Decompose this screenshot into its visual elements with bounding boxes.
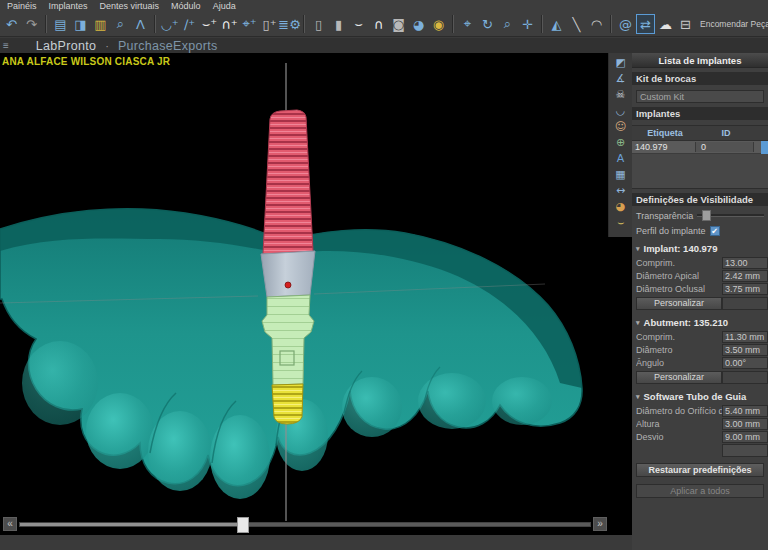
apply-all-button[interactable]: Aplicar a todos <box>636 484 764 498</box>
property-value-field[interactable]: 0.00° <box>722 357 768 369</box>
menu-item[interactable]: Implantes <box>49 1 88 12</box>
implant-icon[interactable]: ▯ <box>309 14 328 34</box>
import-export-icon[interactable]: ◨ <box>71 14 90 34</box>
restore-defaults-button[interactable]: Restaurar predefinições <box>636 463 764 477</box>
cell-color-sliver[interactable] <box>761 141 768 154</box>
menu-item[interactable]: Ajuda <box>213 1 236 12</box>
profile-label: Perfil do implante <box>636 226 706 236</box>
transparency-handle[interactable] <box>702 210 711 221</box>
implant-list-settings-icon[interactable]: ≣⚙ <box>280 14 299 34</box>
collapse-icon[interactable]: ▾ <box>636 319 640 327</box>
arch-view-icon[interactable]: ◡ <box>612 103 630 118</box>
order-parts-label[interactable]: Encomendar Peças <box>700 19 768 29</box>
property-value-field[interactable]: 2.42 mm <box>722 270 768 282</box>
implant-table-row[interactable]: 140.979 0 <box>632 141 768 154</box>
panel-layout-icon[interactable]: ▤ <box>51 14 70 34</box>
abutment-icon[interactable]: ▮ <box>329 14 348 34</box>
tab-labpronto[interactable]: LabPronto <box>36 39 96 53</box>
tooth-icon[interactable]: ∩ <box>369 14 388 34</box>
add-implant-icon[interactable]: ▯⁺ <box>260 14 279 34</box>
transparency-label: Transparência <box>636 211 693 221</box>
caliper-icon[interactable]: Λ <box>131 14 150 34</box>
add-drill-icon[interactable]: ∕⁺ <box>180 14 199 34</box>
tab-purchaseexports[interactable]: PurchaseExports <box>118 39 218 53</box>
add-denture-icon[interactable]: ⌣⁺ <box>200 14 219 34</box>
menu-item[interactable]: Dentes virtuais <box>100 1 160 12</box>
rotation-slider[interactable]: « » <box>3 516 607 532</box>
add-tooth-icon[interactable]: ∩⁺ <box>220 14 239 34</box>
lock-visibility-icon[interactable]: ◉ <box>429 14 448 34</box>
collapse-icon[interactable]: ▾ <box>636 393 640 401</box>
cell-id[interactable]: 0 <box>696 142 754 152</box>
column-etiqueta[interactable]: Etiqueta <box>632 128 698 138</box>
denture-icon[interactable]: ⌣ <box>349 14 368 34</box>
density-profile-icon[interactable]: ◭ <box>547 14 566 34</box>
implant-customize-button[interactable]: Personalizar <box>636 297 722 310</box>
abutment-section-header[interactable]: ▾ Abutment: 135.210 <box>636 317 764 328</box>
patient-photo-icon[interactable]: ☺ <box>612 119 630 134</box>
viewport-3d[interactable]: ANA ALFACE WILSON CIASCA JR <box>0 53 632 535</box>
implant-catalog-icon[interactable]: ▥ <box>91 14 110 34</box>
transparency-slider[interactable] <box>697 214 764 217</box>
patient-name-label: ANA ALFACE WILSON CIASCA JR <box>2 56 170 67</box>
menu-item[interactable]: Módulo <box>171 1 201 12</box>
occlusion-sphere-icon[interactable]: ◕ <box>409 14 428 34</box>
cloud-icon[interactable]: ☁ <box>656 14 675 34</box>
drill-kit-select[interactable]: Custom Kit <box>636 90 764 103</box>
rotate-view-icon[interactable]: ↻ <box>478 14 497 34</box>
guide-empty-field[interactable] <box>722 444 768 457</box>
implant-section-header[interactable]: ▾ Implant: 140.979 <box>636 243 764 254</box>
distance-measure-icon[interactable]: ↔ <box>612 183 630 198</box>
menu-item[interactable]: Painéis <box>7 1 37 12</box>
panel-slider-icon[interactable]: ⇄ <box>636 14 655 34</box>
cell-etiqueta[interactable]: 140.979 <box>632 142 696 152</box>
grid-icon[interactable]: ▦ <box>612 167 630 182</box>
cart-icon[interactable]: ⊟ <box>676 14 695 34</box>
property-value-field[interactable]: 9.00 mm <box>722 431 768 443</box>
slider-handle[interactable] <box>237 517 249 533</box>
zoom-region-icon[interactable]: ⌕ <box>111 14 130 34</box>
column-id[interactable]: ID <box>698 128 754 138</box>
collapse-icon[interactable]: ▾ <box>636 245 640 253</box>
abutment-section-title: Abutment: 135.210 <box>644 317 728 328</box>
protractor-icon[interactable]: ◠ <box>587 14 606 34</box>
spiral-cut-icon[interactable]: @ <box>616 14 635 34</box>
abutment-customize-button[interactable]: Personalizar <box>636 371 722 384</box>
redo-icon[interactable]: ↷ <box>22 14 41 34</box>
property-label: Desvio <box>636 432 722 442</box>
property-value-field[interactable]: 13.00 mm <box>722 257 768 269</box>
slider-right-arrow[interactable]: » <box>593 517 607 531</box>
annotation-text-icon[interactable]: A <box>612 151 630 166</box>
guide-section-header[interactable]: ▾ Software Tubo de Guia <box>636 391 764 402</box>
panoramic-view-icon[interactable]: ◕ <box>612 199 630 214</box>
slider-left-arrow[interactable]: « <box>3 517 17 531</box>
toolbar-separator <box>303 15 305 33</box>
profile-checkbox[interactable]: ✔ <box>710 226 720 236</box>
drill-kit-header: Kit de brocas <box>632 72 768 85</box>
property-label: Diâmetro Oclusal <box>636 284 722 294</box>
angle-measure-icon[interactable]: ∡ <box>612 71 630 86</box>
slider-track[interactable] <box>19 522 591 527</box>
ruler-icon[interactable]: ╲ <box>567 14 586 34</box>
axis-target-icon[interactable]: ⊕ <box>612 135 630 150</box>
property-value-field[interactable]: 11.30 mm <box>722 331 768 343</box>
add-pin-icon[interactable]: ⌖⁺ <box>240 14 259 34</box>
implant-collar <box>261 251 315 297</box>
fit-view-icon[interactable]: ⌖ <box>458 14 477 34</box>
property-value-field[interactable]: 5.40 mm <box>722 405 768 417</box>
zoom-view-icon[interactable]: ⌕ <box>498 14 517 34</box>
slice-line-icon[interactable]: ◩ <box>612 55 630 70</box>
skull-view-icon[interactable]: ☠ <box>612 87 630 102</box>
property-value-field[interactable]: 3.75 mm <box>722 283 768 295</box>
implant-marker-icon[interactable]: ◙ <box>389 14 408 34</box>
toolbar-separator <box>452 15 454 33</box>
window-menu-icon[interactable]: ≡ <box>3 40 9 51</box>
property-value-field[interactable]: 3.50 mm <box>722 344 768 356</box>
undo-icon[interactable]: ↶ <box>2 14 21 34</box>
pan-view-icon[interactable]: ✛ <box>518 14 537 34</box>
side-tool-strip: ◩ ∡ ☠ ◡ ☺ ⊕ A ▦ ↔ ◕ ⌣ <box>608 53 632 237</box>
add-arch-icon[interactable]: ◡⁺ <box>160 14 179 34</box>
property-row: Diâmetro Oclusal 3.75 mm <box>636 283 768 295</box>
guide-tool-icon[interactable]: ⌣ <box>612 215 630 230</box>
property-value-field[interactable]: 3.00 mm <box>722 418 768 430</box>
